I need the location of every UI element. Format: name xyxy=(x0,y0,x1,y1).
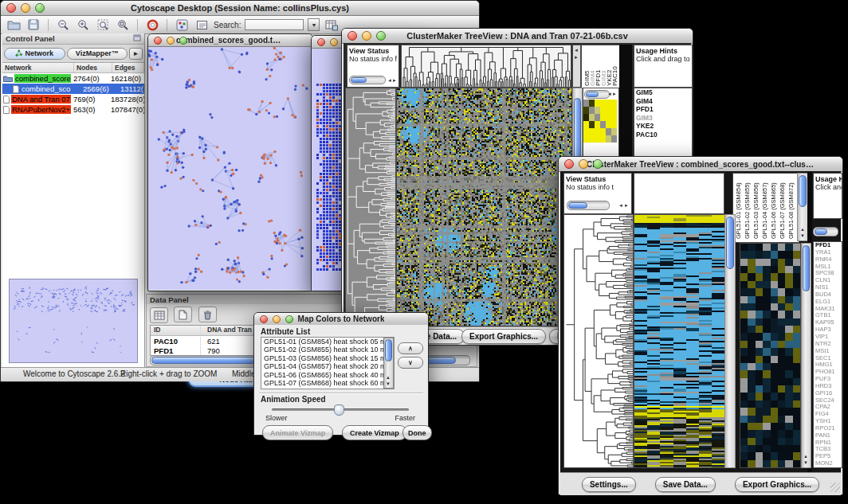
column-label[interactable]: GPL51-01 (GSM854) xyxy=(735,175,744,239)
row-label[interactable]: PFD1 xyxy=(634,105,692,114)
zoom-panel-hscrollbar[interactable] xyxy=(584,90,610,99)
row-dendrogram-canvas[interactable] xyxy=(563,214,634,468)
zoom-in-icon[interactable] xyxy=(75,18,91,33)
scroll-up-arrow[interactable]: ▲ xyxy=(386,375,391,380)
attribute-list-item[interactable]: GPL51-03 (GSM856) heat shock 15 min xyxy=(261,354,394,362)
zoom-button[interactable] xyxy=(35,3,45,13)
view-status-scrollbar[interactable] xyxy=(567,201,610,210)
main-titlebar[interactable]: Cytoscape Desktop (Session Name: collins… xyxy=(1,1,479,16)
column-label[interactable]: GIM4 xyxy=(589,46,595,86)
zoom-button[interactable] xyxy=(285,315,293,323)
zoom-heatmap-canvas[interactable] xyxy=(583,100,617,143)
minimize-button[interactable] xyxy=(21,3,30,13)
network-tree-row[interactable]: combined_scores2764(0)16218(0) xyxy=(2,73,144,84)
mini-scroll-buttons[interactable]: ◄► xyxy=(572,45,581,88)
zoom-heatmap-canvas[interactable] xyxy=(740,243,801,468)
row-label[interactable]: GIM4 xyxy=(634,97,692,106)
move-up-button[interactable]: ∧ xyxy=(398,342,423,354)
zoom-button[interactable] xyxy=(179,37,187,45)
close-button[interactable] xyxy=(347,31,357,41)
column-labels-scrollbar[interactable]: ▲ ▼ xyxy=(797,173,808,241)
attribute-list-item[interactable]: GPL51-02 (GSM855) heat shock 10 min xyxy=(261,346,394,354)
minimize-button[interactable] xyxy=(579,159,588,169)
scroll-up-arrow[interactable]: ▲ xyxy=(800,227,805,232)
column-label[interactable]: GIM5 xyxy=(583,46,589,86)
treeview-button[interactable]: Settings... xyxy=(582,477,636,492)
scroll-right-arrow[interactable]: ► xyxy=(612,92,617,96)
minimize-button[interactable] xyxy=(167,37,175,45)
close-button[interactable] xyxy=(6,3,16,13)
scroll-right-arrow[interactable]: ► xyxy=(624,203,629,208)
treeview2-titlebar[interactable]: ClusterMaker TreeView : combined_scores_… xyxy=(559,157,842,172)
zoom-selected-icon[interactable] xyxy=(95,18,111,33)
scroll-down-arrow[interactable]: ▼ xyxy=(800,233,805,238)
attribute-table-icon[interactable] xyxy=(324,18,340,33)
slider-thumb[interactable] xyxy=(334,404,344,416)
network-tree-row[interactable]: RNAPuberNov2+563(0)107847(0) xyxy=(2,104,144,115)
heatmap-vscrollbar[interactable] xyxy=(724,214,736,468)
save-icon[interactable] xyxy=(26,18,41,33)
minimize-button[interactable] xyxy=(362,31,371,41)
close-button[interactable] xyxy=(260,315,268,323)
zoom-button[interactable] xyxy=(593,159,603,169)
attribute-list-item[interactable]: GPL51-01 (GSM854) heat shock 05 min xyxy=(261,338,394,346)
minimize-button[interactable] xyxy=(330,38,338,46)
tab-overflow-arrow[interactable]: ► xyxy=(129,48,143,60)
treeview-button[interactable]: Export Graphics... xyxy=(735,477,819,492)
global-heatmap-canvas[interactable] xyxy=(634,214,725,468)
column-label[interactable]: GPL51-06 (GSM865) xyxy=(770,175,779,239)
zoom-fit-icon[interactable] xyxy=(115,18,131,33)
search-input[interactable] xyxy=(245,19,304,30)
column-label[interactable]: PFD1 xyxy=(595,46,600,86)
search-dropdown-arrow[interactable]: ▼ xyxy=(308,18,320,31)
network-tree-row[interactable]: DNA and Tran 07769(0)183728(0) xyxy=(2,94,144,104)
row-label[interactable]: GIM5 xyxy=(634,88,692,97)
scroll-down-arrow[interactable]: ▼ xyxy=(803,460,808,465)
attribute-list-scrollbar[interactable]: ▲ ▼ xyxy=(383,338,394,389)
animate-vizmap-button[interactable]: Animate Vizmap xyxy=(262,425,333,440)
tab-vizmapper[interactable]: VizMapper™ xyxy=(67,48,128,60)
row-label[interactable]: YKE2 xyxy=(634,122,692,131)
zoom-out-icon[interactable] xyxy=(55,18,71,33)
help-lifesaver-icon[interactable] xyxy=(144,18,160,33)
zoom-heatmap-scrollbar[interactable]: ▲ ▼ xyxy=(801,243,811,468)
new-attribute-icon[interactable] xyxy=(174,307,192,322)
view-status-scrollbar[interactable] xyxy=(349,76,386,84)
close-button[interactable] xyxy=(154,37,162,45)
treeview-button[interactable]: Export Graphics... xyxy=(461,329,546,344)
delete-attribute-icon[interactable] xyxy=(198,307,217,322)
scroll-up-arrow[interactable]: ▲ xyxy=(803,454,808,459)
move-down-button[interactable]: ∨ xyxy=(398,357,423,369)
attribute-list-item[interactable]: GPL51-06 (GSM865) heat shock 40 min xyxy=(261,371,394,379)
attribute-list[interactable]: ▲ ▼ GPL51-01 (GSM854) heat shock 05 minG… xyxy=(261,337,395,389)
global-heatmap-canvas[interactable] xyxy=(396,88,572,326)
done-button[interactable]: Done xyxy=(402,425,432,440)
close-button[interactable] xyxy=(317,38,325,46)
network-view-titlebar[interactable]: combined_scores_good.txt--cluste... xyxy=(148,34,312,47)
row-label[interactable]: GIM3 xyxy=(634,114,692,123)
network-overview-thumbnail[interactable] xyxy=(9,279,138,363)
tab-network[interactable]: Network xyxy=(4,48,65,60)
attribute-list-item[interactable]: GPL51-07 (GSM868) heat shock 60 min xyxy=(261,379,394,387)
gene-label[interactable]: MON2 xyxy=(814,460,842,467)
row-label[interactable]: PAC10 xyxy=(634,131,692,139)
close-button[interactable] xyxy=(564,159,574,169)
scroll-left-arrow[interactable]: ◄ xyxy=(618,203,623,208)
row-dendrogram-canvas[interactable] xyxy=(345,88,396,326)
column-label[interactable]: GPL51-07 (GSM868) xyxy=(779,175,787,239)
scroll-right-arrow[interactable]: ► xyxy=(392,78,397,83)
minimize-button[interactable] xyxy=(273,315,281,323)
column-label[interactable]: GPL51-02 (GSM855) xyxy=(744,175,752,239)
column-label[interactable]: GPL51-03 (GSM856) xyxy=(752,175,761,239)
column-dendrogram-canvas[interactable] xyxy=(401,45,571,88)
vizmapper-icon[interactable] xyxy=(174,18,190,33)
create-vizmap-button[interactable]: Create Vizmap xyxy=(342,425,407,440)
float-panel-icon[interactable] xyxy=(133,34,141,43)
attribute-grid-icon[interactable] xyxy=(150,307,168,323)
attribute-list-item[interactable]: GPL51-04 (GSM857) heat shock 20 min xyxy=(261,362,394,370)
network-tree-row[interactable]: combined_sco2569(6)13112(15) xyxy=(2,84,144,94)
scroll-down-arrow[interactable]: ▼ xyxy=(386,381,391,386)
usage-hints-scrollbar[interactable] xyxy=(813,227,838,236)
column-label[interactable]: YKE2 xyxy=(606,46,611,86)
treeview1-titlebar[interactable]: ClusterMaker TreeView : DNA and Tran 07-… xyxy=(342,29,693,44)
